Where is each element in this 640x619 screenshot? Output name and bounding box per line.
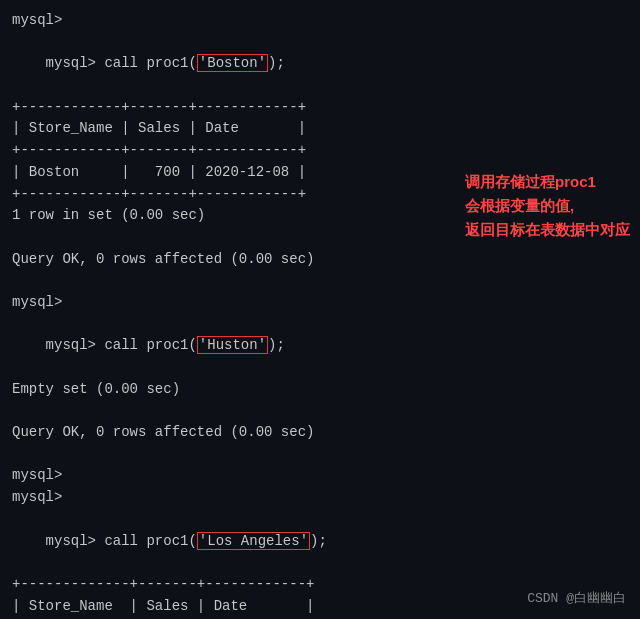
huston-arg: 'Huston' [197, 336, 268, 354]
empty-2 [12, 270, 628, 292]
table-header-1: | Store_Name | Sales | Date | [12, 118, 628, 140]
empty-1 [12, 227, 628, 249]
line-2: mysql> call proc1('Boston'); [12, 32, 628, 97]
table-row-boston: | Boston | 700 | 2020-12-08 | [12, 162, 628, 184]
query-ok-1: Query OK, 0 rows affected (0.00 sec) [12, 249, 628, 271]
huston-suffix: ); [268, 337, 285, 353]
table-border-1: +------------+-------+------------+ [12, 97, 628, 119]
prompt-5: mysql> [12, 467, 62, 483]
table-border-3: +------------+-------+------------+ [12, 184, 628, 206]
prompt-4: mysql> call proc1( [46, 337, 197, 353]
prompt-3: mysql> [12, 294, 62, 310]
query-ok-2: Query OK, 0 rows affected (0.00 sec) [12, 422, 628, 444]
line-prompt-6: mysql> [12, 487, 628, 509]
terminal-window: mysql> mysql> call proc1('Boston'); +---… [0, 0, 640, 619]
prompt-1: mysql> [12, 12, 62, 28]
prompt-7: mysql> call proc1( [46, 533, 197, 549]
row-count-1: 1 row in set (0.00 sec) [12, 205, 628, 227]
watermark: CSDN @白幽幽白 [527, 589, 626, 607]
line-huston: mysql> call proc1('Huston'); [12, 314, 628, 379]
prompt-2: mysql> call proc1( [46, 55, 197, 71]
table-border-2: +------------+-------+------------+ [12, 140, 628, 162]
la-arg: 'Los Angeles' [197, 532, 310, 550]
line-la: mysql> call proc1('Los Angeles'); [12, 509, 628, 574]
line-prompt-5: mysql> [12, 465, 628, 487]
boston-arg: 'Boston' [197, 54, 268, 72]
prompt-6: mysql> [12, 489, 62, 505]
empty-4 [12, 444, 628, 466]
line-1: mysql> [12, 10, 628, 32]
line-2-suffix: ); [268, 55, 285, 71]
empty-3 [12, 400, 628, 422]
empty-set: Empty set (0.00 sec) [12, 379, 628, 401]
la-suffix: ); [310, 533, 327, 549]
line-prompt-3: mysql> [12, 292, 628, 314]
